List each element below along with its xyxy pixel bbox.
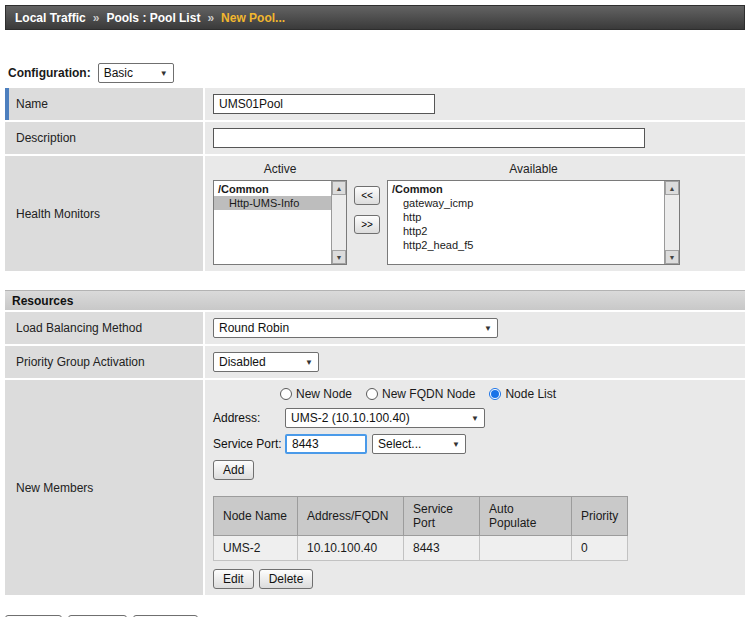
table-row[interactable]: UMS-2 10.10.100.40 8443 0 <box>214 536 628 561</box>
radio-node-list-label: Node List <box>505 387 556 401</box>
new-pool-page: Local Traffic » Pools : Pool List » New … <box>0 0 750 617</box>
available-list-scrollbar[interactable]: ▲ ▼ <box>664 181 679 264</box>
add-member-button[interactable]: Add <box>213 460 254 480</box>
breadcrumb: Local Traffic » Pools : Pool List » New … <box>5 5 745 30</box>
address-select[interactable]: UMS-2 (10.10.100.40) ▼ <box>285 408 485 428</box>
load-balancing-select[interactable]: Round Robin ▼ <box>213 318 498 338</box>
service-port-select[interactable]: Select... ▼ <box>372 434 466 454</box>
resources-title: Resources <box>12 294 73 308</box>
list-item[interactable]: gateway_icmp <box>388 196 664 210</box>
breadcrumb-pool-list[interactable]: Pools : Pool List <box>106 11 200 25</box>
breadcrumb-separator: » <box>207 11 214 25</box>
health-monitors-label: Health Monitors <box>16 207 100 221</box>
chevron-down-icon: ▼ <box>484 324 492 333</box>
new-members-label: New Members <box>16 481 93 495</box>
radio-icon <box>366 388 378 400</box>
priority-group-row: Priority Group Activation Disabled ▼ <box>5 346 745 380</box>
cell-address-fqdn: 10.10.100.40 <box>298 536 404 561</box>
col-auto-populate: Auto Populate <box>480 497 572 536</box>
scroll-down-icon[interactable]: ▼ <box>332 250 346 264</box>
load-balancing-label: Load Balancing Method <box>16 321 142 335</box>
service-port-label: Service Port: <box>213 437 285 451</box>
chevron-down-icon: ▼ <box>471 414 479 423</box>
list-item[interactable]: /Common <box>214 182 331 196</box>
priority-group-select[interactable]: Disabled ▼ <box>213 352 319 372</box>
scroll-down-icon[interactable]: ▼ <box>665 250 679 264</box>
description-label: Description <box>16 131 76 145</box>
cell-service-port: 8443 <box>404 536 480 561</box>
required-marker <box>5 88 9 120</box>
resources-section-header: Resources <box>5 290 745 312</box>
name-row: Name <box>5 88 745 122</box>
cell-auto-populate <box>480 536 572 561</box>
breadcrumb-local-traffic[interactable]: Local Traffic <box>15 11 86 25</box>
members-table: Node Name Address/FQDN Service Port Auto… <box>213 496 628 561</box>
members-table-header-row: Node Name Address/FQDN Service Port Auto… <box>214 497 628 536</box>
cell-priority: 0 <box>572 536 628 561</box>
configuration-label: Configuration: <box>8 66 91 80</box>
move-to-active-button[interactable]: << <box>354 186 380 205</box>
radio-new-node[interactable]: New Node <box>280 387 352 401</box>
load-balancing-select-value: Round Robin <box>219 321 289 335</box>
description-row: Description <box>5 122 745 156</box>
list-item[interactable]: http2_head_f5 <box>388 238 664 252</box>
radio-new-fqdn-node[interactable]: New FQDN Node <box>366 387 475 401</box>
list-item[interactable]: http2 <box>388 224 664 238</box>
health-monitors-label-cell: Health Monitors <box>5 156 205 271</box>
priority-group-label: Priority Group Activation <box>16 355 145 369</box>
col-service-port: Service Port <box>404 497 480 536</box>
name-label-cell: Name <box>5 88 205 120</box>
configuration-row: Configuration: Basic ▼ <box>8 62 745 84</box>
radio-icon <box>489 388 501 400</box>
service-port-input[interactable] <box>285 434 367 454</box>
available-list-title: Available <box>387 160 680 180</box>
address-label: Address: <box>213 411 285 425</box>
radio-new-node-label: New Node <box>296 387 352 401</box>
description-label-cell: Description <box>5 122 205 154</box>
configuration-select[interactable]: Basic ▼ <box>98 63 174 83</box>
name-label: Name <box>16 97 48 111</box>
service-port-select-value: Select... <box>378 437 421 451</box>
delete-member-button[interactable]: Delete <box>259 569 314 589</box>
priority-group-label-cell: Priority Group Activation <box>5 346 205 378</box>
configuration-select-value: Basic <box>104 66 133 80</box>
priority-group-select-value: Disabled <box>219 355 266 369</box>
chevron-down-icon: ▼ <box>305 358 313 367</box>
description-input[interactable] <box>213 128 645 148</box>
col-priority: Priority <box>572 497 628 536</box>
scroll-up-icon[interactable]: ▲ <box>665 181 679 195</box>
list-item[interactable]: http <box>388 210 664 224</box>
radio-icon <box>280 388 292 400</box>
chevron-down-icon: ▼ <box>452 440 460 449</box>
load-balancing-label-cell: Load Balancing Method <box>5 312 205 344</box>
cell-node-name: UMS-2 <box>214 536 298 561</box>
member-type-radio-group: New Node New FQDN Node Node List <box>280 386 737 402</box>
move-to-available-button[interactable]: >> <box>354 215 380 234</box>
col-address-fqdn: Address/FQDN <box>298 497 404 536</box>
load-balancing-row: Load Balancing Method Round Robin ▼ <box>5 312 745 346</box>
radio-node-list[interactable]: Node List <box>489 387 556 401</box>
active-list-title: Active <box>213 160 347 180</box>
general-properties-form: Name Description Health Monitors Active <box>5 88 745 273</box>
scroll-up-icon[interactable]: ▲ <box>332 181 346 195</box>
address-select-value: UMS-2 (10.10.100.40) <box>291 411 410 425</box>
radio-new-fqdn-node-label: New FQDN Node <box>382 387 475 401</box>
available-monitors-listbox[interactable]: /Common gateway_icmp http http2 http2_he… <box>387 180 680 265</box>
health-monitors-row: Health Monitors Active /Common Http-UMS-… <box>5 156 745 273</box>
list-item[interactable]: Http-UMS-Info <box>214 196 331 210</box>
chevron-down-icon: ▼ <box>160 69 168 78</box>
name-input[interactable] <box>213 94 435 114</box>
breadcrumb-separator: » <box>93 11 100 25</box>
edit-member-button[interactable]: Edit <box>213 569 254 589</box>
new-members-label-cell: New Members <box>5 380 205 595</box>
active-list-scrollbar[interactable]: ▲ ▼ <box>331 181 346 264</box>
active-monitors-listbox[interactable]: /Common Http-UMS-Info ▲ ▼ <box>213 180 347 265</box>
col-node-name: Node Name <box>214 497 298 536</box>
breadcrumb-current-new-pool: New Pool... <box>221 11 285 25</box>
new-members-row: New Members New Node New FQDN Node Node … <box>5 380 745 597</box>
list-item[interactable]: /Common <box>388 182 664 196</box>
